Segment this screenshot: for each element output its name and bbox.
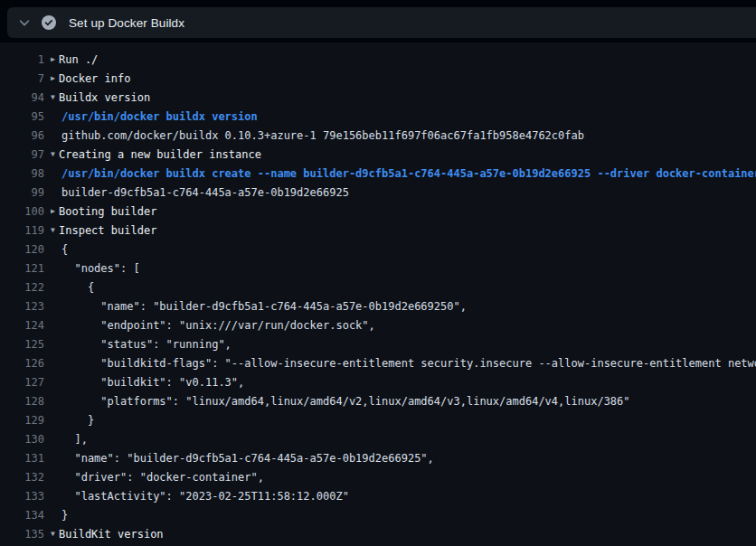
output-text: builder-d9cfb5a1-c764-445a-a57e-0b19d2e6… <box>61 186 756 199</box>
step-header[interactable]: Set up Docker Buildx <box>7 7 756 38</box>
log-line: 134} <box>0 505 756 524</box>
log-line: 130 ], <box>0 429 756 448</box>
line-number[interactable]: 99 <box>0 186 44 199</box>
log-line: 95/usr/bin/docker buildx version <box>0 107 756 126</box>
line-number[interactable]: 135 <box>0 528 44 541</box>
line-number[interactable]: 127 <box>0 376 44 389</box>
chevron-down-icon[interactable] <box>18 16 31 29</box>
line-number[interactable]: 134 <box>0 509 44 522</box>
log-line: 97▼Creating a new builder instance <box>0 145 756 164</box>
line-number[interactable]: 124 <box>0 319 44 332</box>
line-number[interactable]: 125 <box>0 338 44 351</box>
line-number[interactable]: 1 <box>0 53 44 66</box>
output-text: "nodes": [ <box>61 262 756 275</box>
group-title[interactable]: Booting builder <box>59 205 756 218</box>
group-collapsed-arrow-icon[interactable]: ▶ <box>51 75 55 82</box>
output-text: "platforms": "linux/amd64,linux/amd64/v2… <box>61 395 756 408</box>
line-number[interactable]: 129 <box>0 414 44 427</box>
log-line: 127 "buildkit": "v0.11.3", <box>0 372 756 391</box>
group-title[interactable]: BuildKit version <box>59 528 756 541</box>
group-expanded-arrow-icon[interactable]: ▼ <box>51 94 55 101</box>
line-number[interactable]: 120 <box>0 243 44 256</box>
group-title[interactable]: Run ./ <box>59 53 756 66</box>
output-text: { <box>61 281 756 294</box>
group-title[interactable]: Inspect builder <box>59 224 756 237</box>
line-number[interactable]: 119 <box>0 224 44 237</box>
group-expanded-arrow-icon[interactable]: ▼ <box>51 531 55 538</box>
line-number[interactable]: 100 <box>0 205 44 218</box>
check-circle-icon <box>42 15 56 30</box>
command-text: /usr/bin/docker buildx version <box>61 110 756 123</box>
log-line: 123 "name": "builder-d9cfb5a1-c764-445a-… <box>0 297 756 315</box>
step-title: Set up Docker Buildx <box>69 16 184 30</box>
log-line: 128 "platforms": "linux/amd64,linux/amd6… <box>0 391 756 410</box>
log-line: 132 "driver": "docker-container", <box>0 467 756 486</box>
line-number[interactable]: 123 <box>0 300 44 313</box>
group-collapsed-arrow-icon[interactable]: ▶ <box>51 56 55 63</box>
line-number[interactable]: 132 <box>0 471 44 484</box>
output-text: "name": "builder-d9cfb5a1-c764-445a-a57e… <box>61 452 756 465</box>
log-line: 120{ <box>0 240 756 259</box>
output-text: "driver": "docker-container", <box>61 471 756 484</box>
line-number[interactable]: 126 <box>0 357 44 370</box>
line-number[interactable]: 7 <box>0 72 44 85</box>
output-text: ], <box>61 433 756 446</box>
output-text: "endpoint": "unix:///var/run/docker.sock… <box>61 319 756 332</box>
line-number[interactable]: 133 <box>0 490 44 503</box>
log-viewer[interactable]: 1▶Run ./7▶Docker info94▼Buildx version95… <box>0 42 756 546</box>
group-expanded-arrow-icon[interactable]: ▼ <box>51 151 55 158</box>
line-number[interactable]: 95 <box>0 110 44 123</box>
log-line: 1▶Run ./ <box>0 50 756 69</box>
group-title[interactable]: Docker info <box>59 72 756 85</box>
output-text: github.com/docker/buildx 0.10.3+azure-1 … <box>61 129 756 142</box>
command-text: /usr/bin/docker buildx create --name bui… <box>61 167 756 180</box>
log-line: 119▼Inspect builder <box>0 221 756 240</box>
output-text: } <box>61 509 756 522</box>
group-expanded-arrow-icon[interactable]: ▼ <box>51 227 55 234</box>
log-line: 125 "status": "running", <box>0 334 756 353</box>
log-line: 94▼Buildx version <box>0 88 756 107</box>
line-number[interactable]: 131 <box>0 452 44 465</box>
log-line: 124 "endpoint": "unix:///var/run/docker.… <box>0 315 756 334</box>
line-number[interactable]: 122 <box>0 281 44 294</box>
log-line: 7▶Docker info <box>0 69 756 88</box>
line-number[interactable]: 121 <box>0 262 44 275</box>
output-text: "name": "builder-d9cfb5a1-c764-445a-a57e… <box>61 300 756 313</box>
group-title[interactable]: Buildx version <box>59 91 756 104</box>
output-text: } <box>61 414 756 427</box>
log-line: 96github.com/docker/buildx 0.10.3+azure-… <box>0 126 756 145</box>
line-number[interactable]: 98 <box>0 167 44 180</box>
log-line: 121 "nodes": [ <box>0 259 756 278</box>
output-text: { <box>61 243 756 256</box>
line-number[interactable]: 97 <box>0 148 44 161</box>
output-text: "status": "running", <box>61 338 756 351</box>
log-line: 129 } <box>0 410 756 429</box>
log-line: 122 { <box>0 278 756 297</box>
line-number[interactable]: 130 <box>0 433 44 446</box>
line-number[interactable]: 128 <box>0 395 44 408</box>
log-line: 135▼BuildKit version <box>0 524 756 543</box>
output-text: "buildkitd-flags": "--allow-insecure-ent… <box>61 357 756 370</box>
log-line: 126 "buildkitd-flags": "--allow-insecure… <box>0 353 756 372</box>
output-text: "buildkit": "v0.11.3", <box>61 376 756 389</box>
group-title[interactable]: Creating a new builder instance <box>59 148 756 161</box>
group-collapsed-arrow-icon[interactable]: ▶ <box>51 208 55 215</box>
log-line: 100▶Booting builder <box>0 202 756 221</box>
output-text: "lastActivity": "2023-02-25T11:58:12.000… <box>61 490 756 503</box>
log-line: 131 "name": "builder-d9cfb5a1-c764-445a-… <box>0 448 756 467</box>
log-line: 133 "lastActivity": "2023-02-25T11:58:12… <box>0 486 756 505</box>
log-line: 99builder-d9cfb5a1-c764-445a-a57e-0b19d2… <box>0 183 756 202</box>
line-number[interactable]: 96 <box>0 129 44 142</box>
line-number[interactable]: 94 <box>0 91 44 104</box>
log-line: 98/usr/bin/docker buildx create --name b… <box>0 164 756 183</box>
